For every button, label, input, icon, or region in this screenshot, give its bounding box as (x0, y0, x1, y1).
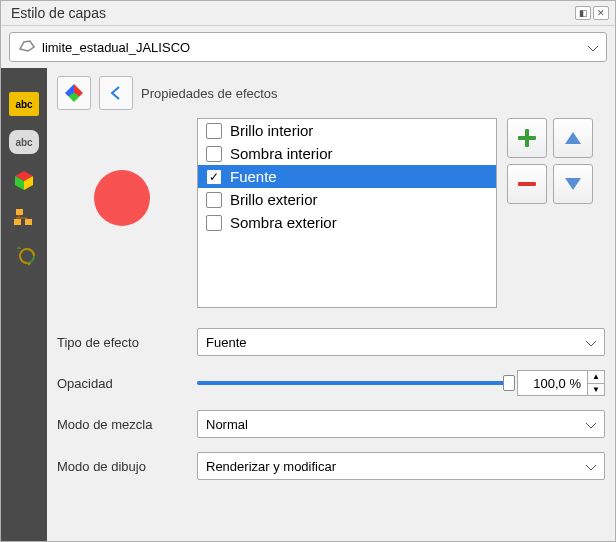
triangle-up-icon (564, 131, 582, 145)
style-brush-button[interactable] (57, 76, 91, 110)
undock-button[interactable]: ◧ (575, 6, 591, 20)
effects-list[interactable]: Brillo interiorSombra interior✓FuenteBri… (197, 118, 497, 308)
effects-row: Brillo interiorSombra interior✓FuenteBri… (57, 118, 605, 308)
opacity-input[interactable] (517, 370, 587, 396)
effect-item-label: Fuente (230, 168, 277, 185)
paint-brush-icon (65, 84, 83, 102)
effect-item-label: Sombra exterior (230, 214, 337, 231)
titlebar: Estilo de capas ◧ ✕ (1, 1, 615, 26)
chevron-down-icon (588, 40, 598, 55)
polygon-layer-icon (18, 39, 36, 56)
effect-type-value: Fuente (206, 335, 246, 350)
effect-checkbox[interactable] (206, 192, 222, 208)
svg-rect-5 (25, 219, 32, 225)
type-label: Tipo de efecto (57, 335, 187, 350)
diagrams-tab[interactable] (9, 206, 39, 230)
opacity-step-up[interactable]: ▲ (587, 370, 605, 383)
opacity-slider[interactable] (197, 374, 509, 392)
body: abc abc (1, 68, 615, 541)
effect-form: Tipo de efecto Fuente Opacidad (57, 328, 605, 480)
chevron-down-icon (586, 417, 596, 432)
svg-rect-7 (518, 136, 536, 140)
remove-effect-button[interactable] (507, 164, 547, 204)
draw-mode-value: Renderizar y modificar (206, 459, 336, 474)
effect-checkbox[interactable]: ✓ (206, 169, 222, 185)
window-title: Estilo de capas (11, 5, 106, 21)
layer-styling-panel: Estilo de capas ◧ ✕ limite_estadual_JALI… (0, 0, 616, 542)
effect-item-4[interactable]: Sombra exterior (198, 211, 496, 234)
draw-label: Modo de dibujo (57, 459, 187, 474)
close-window-button[interactable]: ✕ (593, 6, 609, 20)
blend-mode-value: Normal (206, 417, 248, 432)
main-area: Propiedades de efectos Brillo interiorSo… (47, 68, 615, 541)
minus-icon (518, 179, 536, 189)
labeling-tab-abc-yellow[interactable]: abc (9, 92, 39, 116)
opacity-label: Opacidad (57, 376, 187, 391)
layer-selector[interactable]: limite_estadual_JALISCO (9, 32, 607, 62)
preview-circle (94, 170, 150, 226)
svg-rect-3 (16, 209, 23, 215)
effect-item-label: Sombra interior (230, 145, 333, 162)
effect-item-0[interactable]: Brillo interior (198, 119, 496, 142)
chevron-left-icon (108, 85, 124, 101)
effect-checkbox[interactable] (206, 215, 222, 231)
effect-checkbox[interactable] (206, 123, 222, 139)
window-buttons: ◧ ✕ (575, 6, 609, 20)
effect-checkbox[interactable] (206, 146, 222, 162)
effect-item-label: Brillo interior (230, 122, 313, 139)
effect-item-1[interactable]: Sombra interior (198, 142, 496, 165)
back-button[interactable] (99, 76, 133, 110)
effect-type-select[interactable]: Fuente (197, 328, 605, 356)
layer-name: limite_estadual_JALISCO (42, 40, 190, 55)
svg-rect-4 (14, 219, 21, 225)
effect-item-2[interactable]: ✓Fuente (198, 165, 496, 188)
draw-mode-select[interactable]: Renderizar y modificar (197, 452, 605, 480)
triangle-down-icon (564, 177, 582, 191)
effects-header-row: Propiedades de efectos (57, 76, 605, 110)
blend-mode-select[interactable]: Normal (197, 410, 605, 438)
svg-rect-8 (518, 182, 536, 186)
3d-view-tab[interactable] (9, 168, 39, 192)
plus-icon (518, 129, 536, 147)
layer-selector-row: limite_estadual_JALISCO (1, 26, 615, 68)
opacity-step-down[interactable]: ▼ (587, 383, 605, 397)
move-up-button[interactable] (553, 118, 593, 158)
effect-item-3[interactable]: Brillo exterior (198, 188, 496, 211)
history-tab[interactable] (9, 244, 39, 268)
effect-item-label: Brillo exterior (230, 191, 318, 208)
effects-side-buttons (507, 118, 593, 204)
properties-caption: Propiedades de efectos (141, 86, 278, 101)
left-toolbar: abc abc (1, 68, 47, 541)
effect-preview (57, 118, 187, 278)
blend-label: Modo de mezcla (57, 417, 187, 432)
chevron-down-icon (586, 335, 596, 350)
opacity-spinbox[interactable]: ▲ ▼ (517, 370, 605, 396)
opacity-control: ▲ ▼ (197, 370, 605, 396)
chevron-down-icon (586, 459, 596, 474)
labeling-tab-abc-grey[interactable]: abc (9, 130, 39, 154)
add-effect-button[interactable] (507, 118, 547, 158)
move-down-button[interactable] (553, 164, 593, 204)
